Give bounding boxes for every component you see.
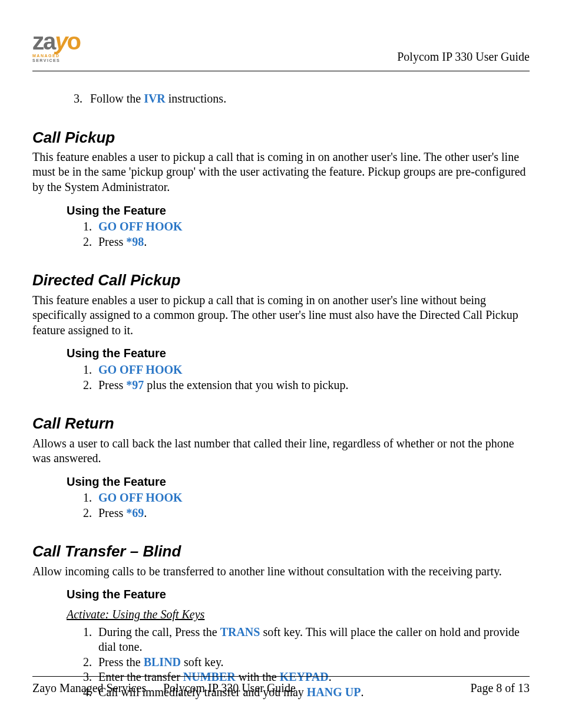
highlight-go-off-hook: GO OFF HOOK bbox=[98, 363, 183, 376]
step-text: instructions. bbox=[166, 92, 226, 105]
list-item: Press *97 plus the extension that you wi… bbox=[95, 378, 530, 393]
step-text: Press bbox=[98, 506, 126, 519]
list-item: Follow the IVR instructions. bbox=[85, 91, 530, 107]
paragraph: This feature enables a user to pickup a … bbox=[32, 293, 530, 338]
paragraph: Allows a user to call back the last numb… bbox=[32, 436, 530, 466]
heading-call-pickup: Call Pickup bbox=[32, 128, 530, 147]
page: zayo MANAGED SERVICES Polycom IP 330 Use… bbox=[0, 0, 562, 728]
list-item: GO OFF HOOK bbox=[95, 363, 530, 378]
footer-company: Zayo Managed Services bbox=[32, 681, 146, 695]
paragraph: This feature enables a user to pickup a … bbox=[32, 150, 530, 195]
step-text: During the call, Press the bbox=[98, 625, 220, 638]
highlight-star-code: *97 bbox=[126, 378, 144, 391]
footer-page-number: Page 8 of 13 bbox=[470, 681, 530, 695]
step-text: Follow the bbox=[90, 92, 144, 105]
subheading-using-feature: Using the Feature bbox=[32, 203, 530, 219]
highlight-star-code: *98 bbox=[126, 235, 144, 248]
step-text: Press the bbox=[98, 655, 144, 668]
highlight-trans: TRANS bbox=[220, 625, 260, 638]
highlight-blind: BLIND bbox=[144, 655, 181, 668]
step-text: . bbox=[144, 506, 147, 519]
step-text: . bbox=[144, 235, 147, 248]
page-footer: Zayo Managed Services Polycom IP 330 Use… bbox=[32, 676, 530, 695]
logo-subtext-managed: MANAGED bbox=[32, 54, 102, 58]
list-item: GO OFF HOOK bbox=[95, 219, 530, 235]
continued-list: Follow the IVR instructions. bbox=[32, 91, 530, 107]
logo-text-y: y bbox=[55, 28, 67, 54]
activate-label: Activate: Using the Soft Keys bbox=[32, 607, 530, 622]
subheading-using-feature: Using the Feature bbox=[32, 475, 530, 490]
step-text: Press bbox=[98, 235, 126, 248]
step-text: Press bbox=[98, 378, 126, 391]
logo-subtext-services: SERVICES bbox=[32, 58, 102, 63]
footer-doc-title: Polycom IP 330 User Guide bbox=[163, 681, 296, 695]
list-item: GO OFF HOOK bbox=[95, 490, 530, 506]
heading-directed-call-pickup: Directed Call Pickup bbox=[32, 271, 530, 290]
list-item: Press *69. bbox=[95, 506, 530, 521]
body-content: Follow the IVR instructions. Call Pickup… bbox=[32, 91, 530, 700]
heading-call-return: Call Return bbox=[32, 414, 530, 433]
logo-text-za: za bbox=[32, 28, 55, 54]
page-header: zayo MANAGED SERVICES Polycom IP 330 Use… bbox=[32, 29, 530, 71]
list-item: Press *98. bbox=[95, 235, 530, 250]
step-text: plus the extension that you wish to pick… bbox=[144, 378, 348, 391]
steps-list: GO OFF HOOK Press *98. bbox=[32, 219, 530, 249]
header-doc-title: Polycom IP 330 User Guide bbox=[397, 50, 530, 65]
highlight-go-off-hook: GO OFF HOOK bbox=[98, 491, 183, 504]
subheading-using-feature: Using the Feature bbox=[32, 346, 530, 361]
step-text: soft key. bbox=[181, 655, 224, 668]
subheading-using-feature: Using the Feature bbox=[32, 587, 530, 602]
zayo-logo: zayo MANAGED SERVICES bbox=[32, 29, 102, 65]
heading-call-transfer-blind: Call Transfer – Blind bbox=[32, 542, 530, 561]
steps-list: GO OFF HOOK Press *69. bbox=[32, 490, 530, 521]
highlight-go-off-hook: GO OFF HOOK bbox=[98, 220, 183, 233]
steps-list: GO OFF HOOK Press *97 plus the extension… bbox=[32, 363, 530, 393]
paragraph: Allow incoming calls to be transferred t… bbox=[32, 564, 530, 579]
list-item: Press the BLIND soft key. bbox=[95, 655, 530, 670]
highlight-ivr: IVR bbox=[144, 92, 166, 105]
logo-text-o: o bbox=[67, 28, 80, 54]
list-item: During the call, Press the TRANS soft ke… bbox=[95, 625, 530, 655]
highlight-star-code: *69 bbox=[126, 506, 144, 519]
